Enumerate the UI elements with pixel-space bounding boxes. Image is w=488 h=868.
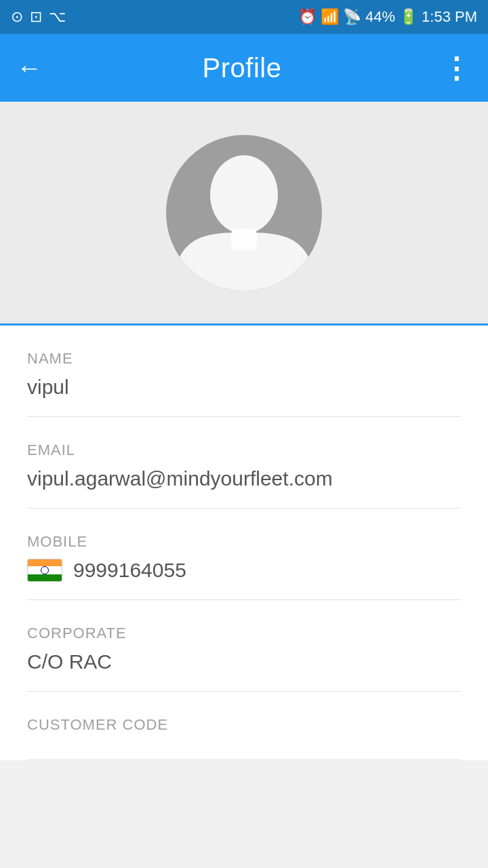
battery-icon: 🔋 xyxy=(399,8,418,26)
customer-code-label: CUSTOMER CODE xyxy=(27,716,461,734)
avatar-section xyxy=(0,102,488,326)
email-field-group: EMAIL vipul.agarwal@mindyourfleet.com xyxy=(27,417,461,509)
app-bar: ← Profile ⋮ xyxy=(0,34,488,102)
corporate-value[interactable]: C/O RAC xyxy=(27,650,461,684)
back-button[interactable]: ← xyxy=(16,54,42,83)
flag-orange-stripe xyxy=(28,559,62,566)
form-section: NAME vipul EMAIL vipul.agarwal@mindyourf… xyxy=(0,326,488,760)
mobile-label: MOBILE xyxy=(27,533,461,551)
status-bar: ⊙ ⊡ ⌥ ⏰ 📶 📡 44% 🔋 1:53 PM xyxy=(0,0,488,34)
flag-green-stripe xyxy=(28,574,62,581)
corporate-label: CORPORATE xyxy=(27,625,461,642)
mobile-value[interactable]: 9999164055 xyxy=(73,559,186,582)
page-title: Profile xyxy=(203,53,282,83)
mobile-value-row: 9999164055 xyxy=(27,559,461,593)
avatar[interactable] xyxy=(166,135,322,291)
corporate-field-group: CORPORATE C/O RAC xyxy=(27,600,461,692)
status-bar-right-icons: ⏰ 📶 📡 44% 🔋 1:53 PM xyxy=(298,8,477,26)
battery-percent: 44% xyxy=(365,8,395,26)
customer-code-value[interactable] xyxy=(27,742,461,753)
more-options-button[interactable]: ⋮ xyxy=(442,52,472,85)
customer-code-field-group: CUSTOMER CODE xyxy=(27,692,461,760)
mobile-field-group: MOBILE 9999164055 xyxy=(27,509,461,600)
india-flag[interactable] xyxy=(27,559,62,582)
name-label: NAME xyxy=(27,350,461,368)
ashoka-wheel xyxy=(41,566,49,574)
status-bar-left-icons: ⊙ ⊡ ⌥ xyxy=(11,8,66,26)
time-display: 1:53 PM xyxy=(422,8,477,26)
flag-white-stripe xyxy=(28,566,62,574)
email-value[interactable]: vipul.agarwal@mindyourfleet.com xyxy=(27,467,461,501)
wifi-icon: 📶 xyxy=(321,8,339,26)
signal-icon: 📡 xyxy=(343,8,361,26)
avatar-silhouette xyxy=(166,149,322,291)
name-value[interactable]: vipul xyxy=(27,376,461,410)
email-label: EMAIL xyxy=(27,441,461,459)
image-icon: ⊡ xyxy=(30,8,42,26)
app-icon-1: ⊙ xyxy=(11,8,23,26)
name-field-group: NAME vipul xyxy=(27,326,461,417)
usb-icon: ⌥ xyxy=(49,8,66,26)
alarm-icon: ⏰ xyxy=(298,8,317,26)
svg-point-0 xyxy=(210,155,278,234)
